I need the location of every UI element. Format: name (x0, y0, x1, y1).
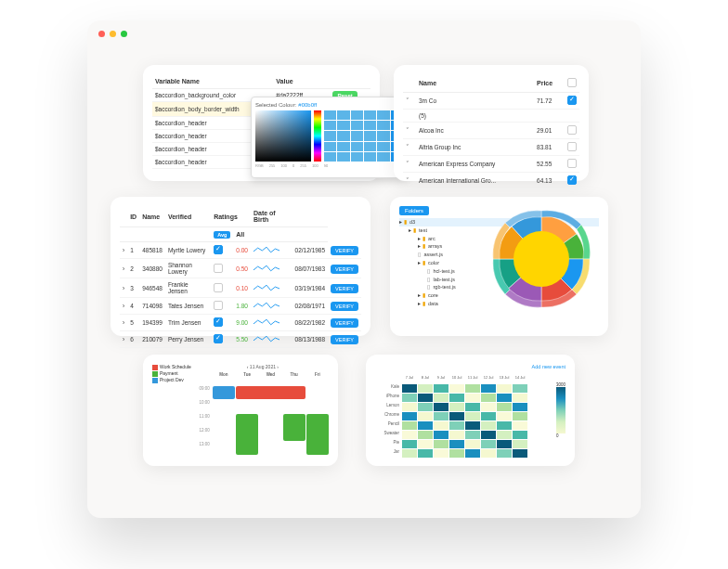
heatmap-cell[interactable] (418, 449, 433, 458)
calendar-event[interactable] (236, 386, 306, 399)
heatmap-cell[interactable] (418, 384, 433, 393)
verify-button[interactable]: VERIFY (331, 318, 358, 328)
chevron-down-icon[interactable]: ˅ (406, 161, 410, 167)
heatmap-cell[interactable] (449, 384, 464, 393)
table-row[interactable]: ›1485818Myrtle Lowery 0.00 02/12/1985 VE… (120, 242, 361, 259)
heatmap-cell[interactable] (481, 431, 496, 439)
row-checkbox[interactable] (567, 175, 577, 185)
row-checkbox[interactable] (567, 159, 577, 168)
chevron-right-icon[interactable]: › (277, 364, 279, 369)
heatmap-cell[interactable] (481, 384, 496, 393)
heatmap-cell[interactable] (497, 440, 512, 448)
heatmap-cell[interactable] (434, 394, 448, 402)
heatmap-cell[interactable] (465, 421, 480, 430)
heatmap-grid[interactable]: 7 Jul8 Jul9 Jul10 Jul11 Jul12 Jul13 Jul1… (375, 375, 566, 458)
close-icon[interactable] (98, 31, 105, 37)
table-row[interactable]: ›3946548Frankie Jensen 0.10 03/19/1984 V… (120, 278, 361, 298)
heatmap-cell[interactable] (513, 431, 527, 439)
select-all-checkbox[interactable] (567, 78, 577, 87)
heatmap-cell[interactable] (418, 421, 433, 430)
ratings-avg[interactable]: Avg (214, 231, 230, 239)
heatmap-cell[interactable] (449, 431, 464, 439)
heatmap-cell[interactable] (465, 440, 480, 448)
calendar-grid[interactable]: Mon Tue Wed Thu Fri 09:00 10:00 11:00 12… (197, 372, 329, 455)
heatmap-cell[interactable] (465, 384, 480, 393)
chevron-down-icon[interactable]: ˅ (406, 144, 410, 150)
color-picker[interactable]: Selected Colour: #00b0ff RGB 255 100 0 2… (251, 97, 409, 178)
heatmap-cell[interactable] (497, 412, 512, 420)
group-row[interactable]: (5) (403, 110, 579, 123)
heatmap-cell[interactable] (434, 421, 448, 430)
heatmap-cell[interactable] (513, 394, 527, 402)
heatmap-cell[interactable] (449, 449, 464, 458)
heatmap-cell[interactable] (418, 403, 433, 411)
verified-checkbox[interactable] (214, 317, 223, 327)
verified-checkbox[interactable] (214, 301, 223, 310)
heatmap-cell[interactable] (497, 449, 512, 458)
heatmap-cell[interactable] (465, 403, 480, 411)
table-row[interactable]: ˅ 3m Co 71.72 (403, 93, 579, 110)
table-row[interactable]: ˅ Altria Group Inc 83.81 (403, 139, 579, 156)
heatmap-cell[interactable] (434, 412, 448, 420)
heatmap-cell[interactable] (449, 394, 464, 402)
heatmap-cell[interactable] (513, 449, 527, 458)
calendar-event[interactable] (306, 414, 329, 455)
table-row[interactable]: ˅ American Express Company 52.55 (403, 156, 579, 173)
table-row[interactable]: ˅ American International Gro... 64.13 (403, 173, 579, 189)
heatmap-cell[interactable] (513, 384, 527, 393)
verified-checkbox[interactable] (214, 264, 223, 273)
heatmap-cell[interactable] (402, 384, 417, 393)
row-checkbox[interactable] (567, 125, 577, 135)
heatmap-cell[interactable] (402, 440, 417, 448)
heatmap-cell[interactable] (497, 421, 512, 430)
verify-button[interactable]: VERIFY (331, 302, 358, 311)
add-event-link[interactable]: Add new event (532, 364, 566, 369)
heatmap-cell[interactable] (497, 431, 512, 439)
heatmap-cell[interactable] (449, 421, 464, 430)
heatmap-cell[interactable] (465, 394, 480, 402)
color-gradient[interactable] (255, 110, 311, 162)
row-checkbox[interactable] (567, 142, 577, 151)
row-checkbox[interactable] (567, 96, 577, 105)
heatmap-cell[interactable] (481, 440, 496, 448)
heatmap-cell[interactable] (434, 384, 448, 393)
table-row[interactable]: ›4714098Tates Jensen 1.80 02/08/1971 VER… (120, 298, 361, 315)
heatmap-cell[interactable] (497, 403, 512, 411)
chevron-down-icon[interactable]: ˅ (406, 97, 410, 104)
heatmap-cell[interactable] (513, 421, 527, 430)
heatmap-cell[interactable] (434, 431, 448, 439)
maximize-icon[interactable] (121, 31, 127, 37)
heatmap-cell[interactable] (513, 403, 527, 411)
color-presets[interactable] (324, 110, 403, 162)
heatmap-cell[interactable] (434, 440, 448, 448)
heatmap-cell[interactable] (481, 421, 496, 430)
verify-button[interactable]: VERIFY (331, 335, 358, 344)
heatmap-cell[interactable] (481, 394, 496, 402)
table-row[interactable]: ›2340880Shannon Lowery 0.50 08/07/1983 V… (120, 259, 361, 278)
table-row[interactable]: ›5194399Trim Jensen 9.00 08/22/1982 VERI… (120, 315, 361, 331)
verified-checkbox[interactable] (214, 245, 223, 254)
heatmap-cell[interactable] (513, 412, 527, 420)
heatmap-cell[interactable] (418, 412, 433, 420)
heatmap-cell[interactable] (497, 384, 512, 393)
heatmap-cell[interactable] (449, 403, 464, 411)
calendar-event[interactable] (213, 386, 235, 399)
heatmap-cell[interactable] (434, 449, 448, 458)
heatmap-cell[interactable] (481, 403, 496, 411)
heatmap-cell[interactable] (465, 431, 480, 439)
verify-button[interactable]: VERIFY (331, 265, 358, 274)
heatmap-cell[interactable] (481, 412, 496, 420)
heatmap-cell[interactable] (449, 440, 464, 448)
heatmap-cell[interactable] (465, 449, 480, 458)
calendar-event[interactable] (236, 414, 258, 455)
heatmap-cell[interactable] (402, 412, 417, 420)
verify-button[interactable]: VERIFY (331, 284, 358, 293)
chevron-down-icon[interactable]: ˅ (406, 127, 410, 134)
table-row[interactable]: ˅ Alcoa Inc 29.01 (403, 123, 579, 139)
calendar-event[interactable] (283, 414, 306, 441)
verified-checkbox[interactable] (214, 334, 223, 343)
heatmap-cell[interactable] (402, 431, 417, 439)
sunburst-chart[interactable]: d3 (488, 206, 595, 313)
calendar-date[interactable]: ‹ 11 Aug 2021 › (197, 364, 329, 369)
heatmap-cell[interactable] (402, 403, 417, 411)
